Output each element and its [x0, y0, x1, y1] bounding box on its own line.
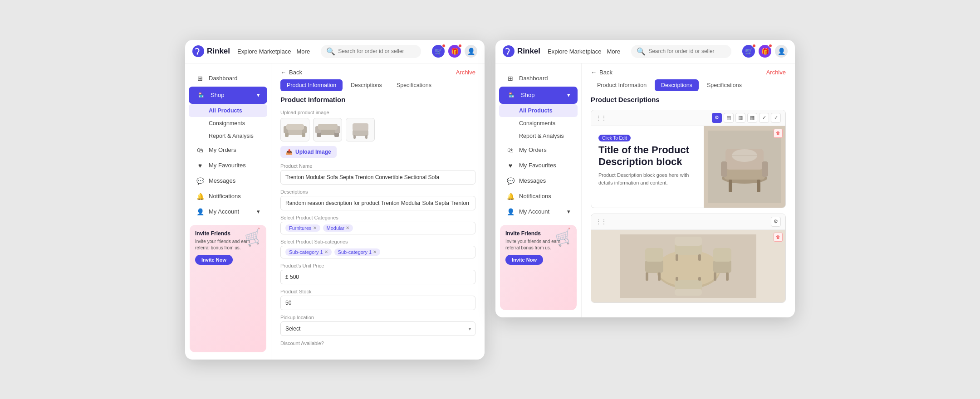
- invite-btn-2[interactable]: Invite Now: [505, 255, 543, 265]
- toolbar-settings-icon-2[interactable]: ⚙: [771, 217, 781, 227]
- tag-subcat1-1: Sub-category 1 ✕: [285, 248, 332, 256]
- chairs-image-block: 🗑: [591, 230, 785, 302]
- tab-product-info-2[interactable]: Product Information: [591, 79, 653, 91]
- cart-icon-1[interactable]: 🎁: [448, 45, 461, 58]
- nav-explore-1[interactable]: Explore Marketplace: [237, 48, 291, 55]
- sidebar-subitem-all-products-2[interactable]: All Products: [499, 104, 578, 117]
- tab-specifications-2[interactable]: Specifications: [701, 79, 748, 91]
- svg-point-19: [507, 54, 509, 55]
- search-input-2[interactable]: [648, 48, 726, 54]
- toolbar-check2-icon-1[interactable]: ✓: [771, 113, 781, 123]
- sidebar-item-dashboard-2[interactable]: ⊞ Dashboard: [499, 71, 578, 86]
- upload-btn-1[interactable]: 📤 Upload Image: [280, 146, 337, 158]
- nav-more-2[interactable]: More: [607, 48, 621, 55]
- click-to-edit-badge-1[interactable]: Click To Edit: [598, 135, 631, 141]
- logo-2: Rinkel: [503, 45, 540, 57]
- invite-btn-1[interactable]: Invite Now: [195, 255, 233, 265]
- notification-icon-2[interactable]: 🛒: [742, 45, 755, 58]
- sidebar-item-orders-1[interactable]: 🛍 My Orders: [189, 143, 267, 157]
- user-icon-1[interactable]: 👤: [465, 45, 477, 58]
- sidebar-item-messages-2[interactable]: 💬 Messages: [499, 174, 578, 188]
- tag-remove-2[interactable]: ✕: [346, 225, 349, 230]
- content-2: ← Back Archive Product Information Descr…: [582, 63, 795, 317]
- nav-more-1[interactable]: More: [297, 48, 310, 55]
- toolbar-check-icon-1[interactable]: ✓: [759, 113, 769, 123]
- sidebar-item-messages-1[interactable]: 💬 Messages: [189, 174, 267, 188]
- toolbar-layout3-icon-1[interactable]: ▦: [747, 113, 757, 123]
- toolbar-layout2-icon-1[interactable]: ▥: [735, 113, 745, 123]
- sidebar-subitem-report-1[interactable]: Report & Analysis: [189, 130, 267, 142]
- price-label-1: Product's Unit Price: [280, 263, 475, 268]
- subcategories-field-1[interactable]: Sub-category 1 ✕ Sub-category 1 ✕: [280, 246, 475, 258]
- archive-link-1[interactable]: Archive: [456, 69, 475, 76]
- sidebar-subitem-consignments-1[interactable]: Consignments: [189, 117, 267, 130]
- logo-text-1: Rinkel: [207, 47, 230, 56]
- cart-icon-2[interactable]: 🎁: [759, 45, 771, 58]
- form-field-price-1: Product's Unit Price: [280, 263, 475, 284]
- notifications-label-2: Notifications: [519, 193, 551, 200]
- back-btn-1[interactable]: ← Back: [280, 69, 302, 76]
- sidebar-item-notifications-1[interactable]: 🔔 Notifications: [189, 189, 267, 204]
- shop-icon-2: 🏪: [506, 90, 516, 100]
- archive-link-2[interactable]: Archive: [766, 69, 786, 76]
- toolbar-layout1-icon-1[interactable]: ▤: [724, 113, 734, 123]
- account-icon-2: 👤: [506, 208, 514, 215]
- upload-icon-1: 📤: [286, 149, 293, 155]
- toolbar-settings-icon-1[interactable]: ⚙: [712, 113, 722, 123]
- upload-btn-label-1: Upload Image: [295, 149, 331, 155]
- sidebar-item-account-2[interactable]: 👤 My Account ▾: [499, 204, 578, 219]
- delete-image-btn-2[interactable]: 🗑: [774, 233, 783, 242]
- desc-block-body-1[interactable]: Product Description block goes here with…: [598, 171, 696, 186]
- sidebar-subitem-consignments-2[interactable]: Consignments: [499, 117, 578, 130]
- sidebar-item-favourites-2[interactable]: ♥ My Favourites: [499, 158, 578, 173]
- product-thumb-2: [313, 118, 342, 141]
- sidebar-item-account-1[interactable]: 👤 My Account ▾: [189, 204, 267, 219]
- drag-handle-icon-1[interactable]: ⋮⋮: [596, 115, 607, 121]
- back-btn-2[interactable]: ← Back: [591, 69, 612, 76]
- stock-input-1[interactable]: [280, 296, 475, 310]
- svg-rect-44: [676, 254, 678, 261]
- logo-1: Rinkel: [192, 45, 230, 57]
- sidebar-item-dashboard-1[interactable]: ⊞ Dashboard: [189, 71, 267, 86]
- discount-label-1: Discount Available?: [280, 341, 475, 346]
- desc-toolbar-1: ⋮⋮ ⚙ ▤ ▥ ▦ ✓ ✓: [591, 110, 785, 126]
- tab-product-info-1[interactable]: Product Information: [280, 79, 343, 91]
- categories-field-1[interactable]: Furnitures ✕ Modular ✕: [280, 222, 475, 234]
- tab-specifications-1[interactable]: Specifications: [390, 79, 438, 91]
- dining-set-svg: [620, 234, 756, 298]
- delete-image-btn-1[interactable]: 🗑: [774, 129, 783, 138]
- tab-descriptions-2[interactable]: Descriptions: [655, 79, 699, 91]
- desc-editor-body-1: Click To Edit Title of the Product Descr…: [591, 126, 785, 208]
- sidebar-item-shop-2[interactable]: 🏪 Shop ▾: [499, 87, 578, 104]
- tag-remove-1[interactable]: ✕: [313, 225, 317, 230]
- sidebar-item-favourites-1[interactable]: ♥ My Favourites: [189, 158, 267, 173]
- product-thumb-1: [280, 118, 309, 141]
- desc-toolbar-2: ⋮⋮ ⚙: [591, 214, 785, 230]
- search-input-1[interactable]: [338, 48, 416, 54]
- sidebar-subitem-report-2[interactable]: Report & Analysis: [499, 130, 578, 142]
- nav-explore-2[interactable]: Explore Marketplace: [548, 48, 602, 55]
- notification-icon-1[interactable]: 🛒: [432, 45, 445, 58]
- tag-remove-4[interactable]: ✕: [373, 249, 377, 254]
- orders-label-2: My Orders: [519, 146, 547, 153]
- back-label-1: Back: [289, 69, 302, 76]
- svg-rect-41: [726, 272, 729, 281]
- drag-handle-icon-2[interactable]: ⋮⋮: [596, 219, 607, 225]
- desc-input-1[interactable]: [280, 196, 475, 210]
- sidebar-item-notifications-2[interactable]: 🔔 Notifications: [499, 189, 578, 204]
- sidebar-item-orders-2[interactable]: 🛍 My Orders: [499, 143, 578, 157]
- sidebar-item-shop-1[interactable]: 🏪 Shop ▾: [189, 87, 267, 104]
- desc-block-1: ⋮⋮ ⚙ ▤ ▥ ▦ ✓ ✓ Cl: [591, 110, 786, 208]
- sidebar-subitem-all-products-1[interactable]: All Products: [189, 104, 267, 117]
- tag-remove-3[interactable]: ✕: [324, 249, 328, 254]
- name-input-1[interactable]: [280, 170, 475, 185]
- tab-descriptions-1[interactable]: Descriptions: [344, 79, 388, 91]
- pickup-select-1[interactable]: Select: [280, 321, 475, 336]
- notifications-icon-2: 🔔: [506, 193, 514, 200]
- svg-rect-17: [365, 135, 368, 139]
- user-icon-2[interactable]: 👤: [775, 45, 788, 58]
- price-input-1[interactable]: [280, 270, 475, 284]
- nav-icons-1: 🛒 🎁 👤: [432, 45, 477, 58]
- desc-block-title-1[interactable]: Title of the Product Description block: [598, 144, 696, 168]
- content-body-2: Product Descriptions ⋮⋮ ⚙ ▤ ▥ ▦ ✓ ✓: [582, 96, 795, 317]
